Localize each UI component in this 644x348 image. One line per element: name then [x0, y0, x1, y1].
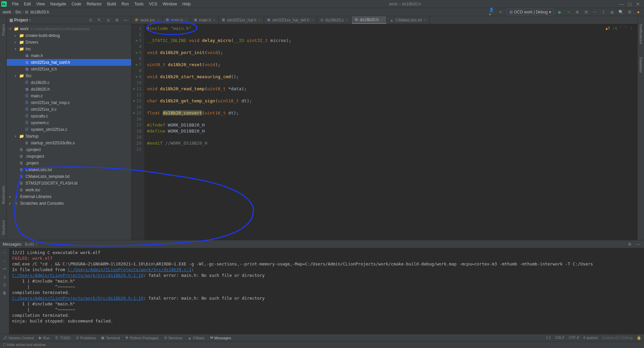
- locate-icon[interactable]: ⊙: [88, 17, 94, 23]
- editor-tab[interactable]: ⧉stm32f1xx_hal.h×: [219, 16, 264, 24]
- tree-node[interactable]: ▸✎Scratches and Consoles: [7, 200, 131, 207]
- menu-window[interactable]: Window: [160, 2, 180, 6]
- clear-icon[interactable]: 🗑: [2, 290, 8, 296]
- expand-icon[interactable]: ⇱: [96, 17, 102, 23]
- avatar-icon[interactable]: ●: [635, 9, 641, 15]
- breadcrumb-item[interactable]: work: [3, 10, 11, 14]
- tree-node[interactable]: ▸📁cmake-build-debug: [7, 32, 131, 39]
- menu-code[interactable]: Code: [69, 2, 84, 6]
- tool-run[interactable]: ▶Run: [39, 336, 50, 340]
- editor-tab[interactable]: ⧉stm32f1xx_hal_def.h×: [264, 16, 317, 24]
- messages-output[interactable]: [2/2] Linking C executable work.elf FAIL…: [9, 248, 644, 334]
- maximize-icon[interactable]: ◻: [628, 1, 632, 7]
- tool-todo[interactable]: ☰TODO: [55, 336, 70, 340]
- tree-node[interactable]: 🗎CMakeLists.txt: [7, 166, 131, 173]
- tree-node[interactable]: ©stm32f1xx_it.c: [7, 106, 131, 113]
- tool-cmake[interactable]: ▲CMake: [188, 336, 205, 340]
- settings-icon[interactable]: ⚙: [114, 17, 120, 23]
- up-icon[interactable]: ˆ: [620, 26, 622, 32]
- menu-file[interactable]: File: [9, 2, 21, 6]
- tree-node[interactable]: 🗎work.ioc: [7, 187, 131, 193]
- up-icon[interactable]: ↑: [2, 250, 8, 256]
- status-sep[interactable]: CRLF: [555, 336, 565, 340]
- down-icon[interactable]: ↓: [2, 258, 8, 264]
- scroll-icon[interactable]: ⤓: [2, 274, 8, 280]
- down-icon[interactable]: ˇ: [625, 26, 627, 32]
- tree-node[interactable]: ▸📁Drivers: [7, 39, 131, 46]
- settings-icon[interactable]: ⚙: [627, 241, 633, 247]
- status-pos[interactable]: 1:1: [546, 336, 551, 340]
- tree-node[interactable]: 🗎.mxproject: [7, 153, 131, 160]
- menu-run[interactable]: Run: [119, 2, 132, 6]
- menu-help[interactable]: Help: [180, 2, 193, 6]
- collapse-icon[interactable]: ⇲: [105, 17, 111, 23]
- tree-node[interactable]: ©system_stm32f1xx.c: [7, 126, 131, 133]
- tree-node[interactable]: ▸⫴External Libraries: [7, 193, 131, 200]
- tree-node[interactable]: ⧉ds18b20.h: [7, 86, 131, 93]
- breadcrumb-item[interactable]: ds18b20.h: [30, 10, 49, 14]
- close-icon[interactable]: ×: [346, 18, 348, 22]
- tool-python-packages[interactable]: ❖Python Packages: [125, 336, 159, 340]
- tool-services[interactable]: ⊚Services: [164, 336, 183, 340]
- tool-version-control[interactable]: ⎇Version Control: [3, 336, 34, 340]
- tree-node[interactable]: 🗎CMakeLists_template.txt: [7, 173, 131, 180]
- menu-view[interactable]: View: [34, 2, 48, 6]
- bookmarks-tab[interactable]: Bookmarks: [1, 184, 6, 205]
- project-tree[interactable]: ▾📁workC:\Users\Admin\CLionProjects\work▸…: [7, 24, 131, 240]
- close-icon[interactable]: ✕: [636, 1, 640, 7]
- database-tab[interactable]: Database: [638, 56, 644, 74]
- editor-tab[interactable]: ⧉main.h×: [191, 16, 219, 24]
- more-icon[interactable]: ⋮: [630, 26, 633, 32]
- tree-node[interactable]: ⧉stm32f1xx_hal_conf.h: [7, 59, 131, 66]
- close-icon[interactable]: ×: [185, 18, 187, 22]
- status-enc[interactable]: UTF-8: [568, 336, 579, 340]
- run-icon[interactable]: ▶: [557, 9, 563, 15]
- structure-tab[interactable]: Structure: [1, 219, 6, 237]
- messages-tab-build[interactable]: Build ×: [22, 241, 40, 247]
- tree-node[interactable]: 🗎.cproject: [7, 146, 131, 153]
- settings-icon[interactable]: ⚙: [627, 9, 633, 15]
- tree-node[interactable]: 🗎STM32F103C8TX_FLASH.ld: [7, 180, 131, 187]
- tool-problems[interactable]: ⊘Problems: [76, 336, 96, 340]
- profile-icon[interactable]: ◔: [583, 9, 589, 15]
- user-icon[interactable]: 👤▾: [489, 9, 495, 15]
- editor-tab[interactable]: ⧉main.h×: [163, 16, 191, 24]
- tree-node[interactable]: ▾📁workC:\Users\Admin\CLionProjects\work: [7, 26, 131, 32]
- tree-node[interactable]: ©ds18b20.c: [7, 79, 131, 86]
- tree-node[interactable]: ▾📁Inc: [7, 46, 131, 52]
- tree-node[interactable]: ⧉stm32f1xx_it.h: [7, 66, 131, 72]
- editor-tab[interactable]: ⚙work.ioc×: [132, 16, 163, 24]
- editor-code[interactable]: #include "main.h" __STATIC_INLINE void d…: [144, 24, 637, 240]
- menu-vcs[interactable]: VCS: [146, 2, 160, 6]
- tree-node[interactable]: 🗎startup_stm32f103c8tx.s: [7, 140, 131, 146]
- tree-node[interactable]: ▾📁Startup: [7, 133, 131, 140]
- tree-node[interactable]: ©sysmem.c: [7, 119, 131, 126]
- hide-icon[interactable]: —: [122, 17, 129, 23]
- lock-icon[interactable]: 🔒: [637, 336, 641, 340]
- project-tab[interactable]: Project: [1, 23, 6, 37]
- back-icon[interactable]: ↖: [498, 9, 504, 15]
- status-indent[interactable]: 4 spaces: [583, 336, 598, 340]
- notifications-tab[interactable]: Notifications: [638, 23, 644, 46]
- menu-edit[interactable]: Edit: [21, 2, 34, 6]
- tree-node[interactable]: ©stm32f1xx_hal_msp.c: [7, 99, 131, 106]
- code-editor[interactable]: ▲7 ✓1 ˆ ˇ ⋮ 12⇆34⇆56⇆78⇆910⇆1112⇆1314⇆15…: [132, 24, 637, 240]
- tool-messages[interactable]: ✉Messages: [210, 336, 231, 340]
- coverage-icon[interactable]: ⊕: [574, 9, 580, 15]
- menu-refactor[interactable]: Refactor: [84, 2, 104, 6]
- tree-node[interactable]: ▾📁Src: [7, 72, 131, 79]
- tree-node[interactable]: ⧉main.h: [7, 52, 131, 59]
- attach-icon[interactable]: ⤵: [600, 9, 606, 15]
- menu-tools[interactable]: Tools: [132, 2, 146, 6]
- tree-node[interactable]: ©syscalls.c: [7, 113, 131, 119]
- menu-navigate[interactable]: Navigate: [48, 2, 69, 6]
- stop-icon[interactable]: ◼: [609, 9, 615, 15]
- editor-tab[interactable]: ©ds18b20.c×: [317, 16, 352, 24]
- editor-tab[interactable]: ▲CMakeLists.txt×: [387, 16, 430, 24]
- close-icon[interactable]: ×: [213, 18, 215, 22]
- close-icon[interactable]: ×: [157, 18, 159, 22]
- minimize-icon[interactable]: —: [619, 1, 624, 7]
- search-icon[interactable]: 🔍: [618, 9, 624, 15]
- close-icon[interactable]: ×: [381, 18, 383, 22]
- ok-badge[interactable]: ✓1: [613, 26, 617, 32]
